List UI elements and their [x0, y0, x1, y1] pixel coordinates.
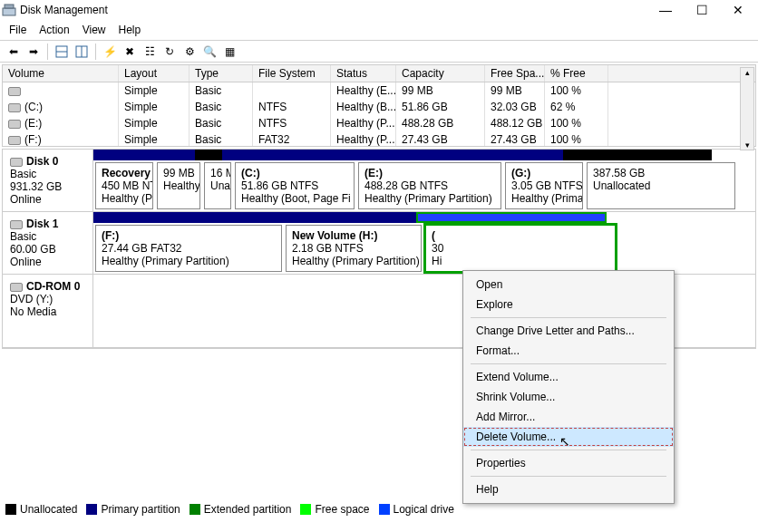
- window-title: Disk Management: [20, 4, 647, 16]
- legend-free: Free space: [315, 503, 369, 516]
- menu-file[interactable]: File: [9, 24, 26, 36]
- app-icon: [2, 3, 16, 17]
- ctx-delete-volume[interactable]: Delete Volume...: [463, 427, 674, 447]
- legend-logical-swatch: [379, 504, 390, 515]
- partition-box[interactable]: Recovery450 MB NTHealthy (Pr: [95, 162, 153, 209]
- view-split-icon[interactable]: [53, 44, 70, 60]
- partition-box[interactable]: (E:)488.28 GB NTFSHealthy (Primary Parti…: [358, 162, 501, 209]
- col-capacity[interactable]: Capacity: [396, 65, 485, 82]
- col-pctfree[interactable]: % Free: [545, 65, 608, 82]
- volume-list: Volume Layout Type File System Status Ca…: [2, 64, 756, 147]
- ctx-open[interactable]: Open: [463, 275, 674, 295]
- partition-box[interactable]: 99 MBHealthy: [157, 162, 200, 209]
- partition-box[interactable]: 16 MUna: [204, 162, 231, 209]
- legend-extended-swatch: [190, 504, 200, 515]
- col-status[interactable]: Status: [331, 65, 396, 82]
- rescan-icon[interactable]: ↻: [161, 44, 178, 60]
- col-layout[interactable]: Layout: [119, 65, 190, 82]
- menu-help[interactable]: Help: [119, 24, 141, 36]
- table-row[interactable]: SimpleBasicHealthy (E...99 MB99 MB100 %: [3, 82, 755, 99]
- properties-icon[interactable]: ☷: [141, 44, 158, 60]
- table-row[interactable]: (C:)SimpleBasicNTFSHealthy (B...51.86 GB…: [3, 99, 755, 115]
- partition-box[interactable]: (30Hi: [425, 225, 616, 272]
- title-bar: Disk Management — ☐ ✕: [0, 0, 758, 20]
- forward-button[interactable]: ➡: [25, 44, 42, 60]
- disk-strip: Disk 0Basic931.32 GBOnlineRecovery450 MB…: [3, 150, 755, 212]
- ctx-format[interactable]: Format...: [463, 341, 674, 361]
- maximize-button[interactable]: ☐: [684, 0, 720, 20]
- delete-icon[interactable]: ✖: [121, 44, 138, 60]
- col-type[interactable]: Type: [190, 65, 253, 82]
- col-free[interactable]: Free Spa...: [485, 65, 545, 82]
- legend: Unallocated Primary partition Extended p…: [5, 503, 454, 516]
- ctx-mirror[interactable]: Add Mirror...: [463, 407, 674, 427]
- ctx-explore[interactable]: Explore: [463, 295, 674, 314]
- minimize-button[interactable]: —: [647, 0, 684, 20]
- svg-rect-1: [5, 5, 14, 8]
- partition-box[interactable]: (F:)27.44 GB FAT32Healthy (Primary Parti…: [95, 225, 282, 272]
- legend-unallocated: Unallocated: [20, 503, 77, 516]
- toolbar: ⬅ ➡ ⚡ ✖ ☷ ↻ ⚙ 🔍 ▦: [0, 41, 758, 63]
- volume-list-body[interactable]: SimpleBasicHealthy (E...99 MB99 MB100 %(…: [3, 82, 755, 146]
- settings-icon[interactable]: ⚙: [181, 44, 198, 60]
- refresh-icon[interactable]: [73, 44, 90, 60]
- table-row[interactable]: (E:)SimpleBasicNTFSHealthy (P...488.28 G…: [3, 115, 755, 131]
- col-fs[interactable]: File System: [253, 65, 331, 82]
- legend-primary-swatch: [86, 504, 97, 515]
- disk-label[interactable]: CD-ROM 0DVD (Y:)No Media: [3, 275, 93, 347]
- context-menu: Open Explore Change Drive Letter and Pat…: [462, 270, 675, 504]
- partition-box[interactable]: (C:)51.86 GB NTFSHealthy (Boot, Page Fi: [235, 162, 355, 209]
- legend-unallocated-swatch: [5, 504, 16, 515]
- ctx-help[interactable]: Help: [463, 479, 674, 499]
- close-button[interactable]: ✕: [720, 0, 756, 20]
- volume-list-header: Volume Layout Type File System Status Ca…: [3, 65, 755, 82]
- disk-strip: Disk 1Basic60.00 GBOnline(F:)27.44 GB FA…: [3, 212, 755, 275]
- ctx-properties[interactable]: Properties: [463, 453, 674, 473]
- legend-logical: Logical drive: [394, 503, 454, 516]
- legend-primary: Primary partition: [101, 503, 180, 516]
- partition-box[interactable]: 387.58 GBUnallocated: [587, 162, 735, 209]
- legend-extended: Extended partition: [204, 503, 292, 516]
- legend-free-swatch: [300, 504, 311, 515]
- col-volume[interactable]: Volume: [3, 65, 119, 82]
- list-icon[interactable]: ▦: [221, 44, 238, 60]
- volume-scrollbar[interactable]: [740, 67, 754, 150]
- menu-bar: File Action View Help: [0, 20, 758, 41]
- search-icon[interactable]: 🔍: [201, 44, 218, 60]
- svg-rect-0: [3, 8, 15, 15]
- partition-box[interactable]: New Volume (H:)2.18 GB NTFSHealthy (Prim…: [286, 225, 422, 272]
- table-row[interactable]: (F:)SimpleBasicFAT32Healthy (P...27.43 G…: [3, 131, 755, 146]
- ctx-extend[interactable]: Extend Volume...: [463, 367, 674, 387]
- partition-box[interactable]: (G:)3.05 GB NTFSHealthy (Primar: [505, 162, 583, 209]
- ctx-shrink[interactable]: Shrink Volume...: [463, 387, 674, 407]
- action-icon[interactable]: ⚡: [102, 44, 118, 60]
- menu-action[interactable]: Action: [39, 24, 69, 36]
- back-button[interactable]: ⬅: [5, 44, 22, 60]
- ctx-change-letter[interactable]: Change Drive Letter and Paths...: [463, 321, 674, 341]
- disk-label[interactable]: Disk 0Basic931.32 GBOnline: [3, 150, 93, 211]
- menu-view[interactable]: View: [83, 24, 106, 36]
- disk-label[interactable]: Disk 1Basic60.00 GBOnline: [3, 212, 93, 274]
